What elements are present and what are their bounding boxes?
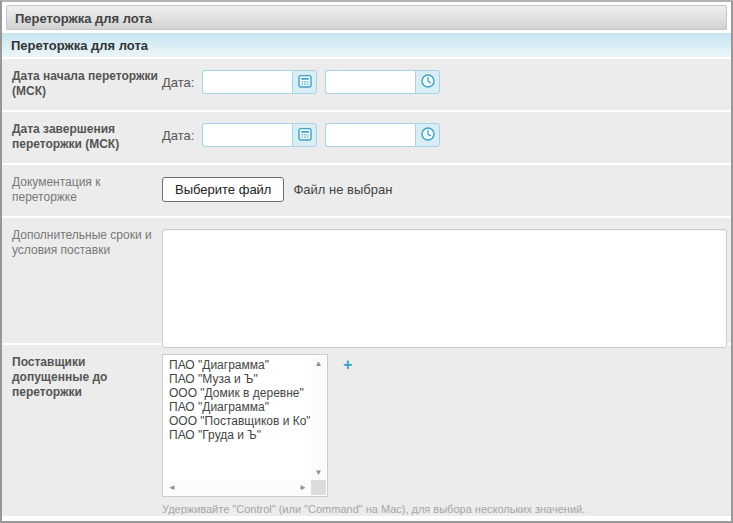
end-date-input[interactable] xyxy=(202,123,292,147)
calendar-icon xyxy=(297,126,313,145)
field-label-suppliers: Поставщики допущенные до переторжки xyxy=(2,345,162,516)
file-status-text: Файл не выбран xyxy=(293,182,392,197)
end-date-calendar-button[interactable] xyxy=(292,123,317,147)
scroll-down-icon[interactable]: ▼ xyxy=(315,468,323,477)
clock-icon xyxy=(420,126,436,145)
start-date-input[interactable] xyxy=(202,70,292,94)
select-option[interactable]: ПАО "Диаграмма" xyxy=(169,358,310,372)
start-time-input[interactable] xyxy=(325,70,415,94)
select-option[interactable]: ООО "Поставщиков и Ко" xyxy=(169,414,310,428)
field-label-terms: Дополнительные сроки и условия поставки xyxy=(2,218,162,343)
select-option[interactable]: ПАО "Груда и Ъ" xyxy=(169,428,310,442)
multiselect-hint: Удерживайте "Control" (или "Command" на … xyxy=(162,503,727,515)
suppliers-option-list: ПАО "Диаграмма"ПАО "Муза и Ъ"ООО "Домик … xyxy=(164,358,310,480)
field-label-documentation: Документация к переторжке xyxy=(2,165,162,216)
terms-textarea[interactable] xyxy=(162,229,727,348)
date-prefix-label: Дата: xyxy=(162,128,194,143)
rebidding-panel: Переторжка для лота Переторжка для лота … xyxy=(0,0,733,523)
form-row-end-date: Дата завершения переторжки (МСК) Дата: xyxy=(2,112,731,163)
panel-footer-strip xyxy=(2,518,731,523)
select-option[interactable]: ПАО "Диаграмма" xyxy=(169,400,310,414)
select-option[interactable]: ООО "Домик в деревне" xyxy=(169,386,310,400)
add-supplier-button[interactable]: + xyxy=(343,357,352,497)
scrollbar-corner xyxy=(311,480,326,495)
section-header: Переторжка для лота xyxy=(2,33,731,57)
calendar-icon xyxy=(297,73,313,92)
end-time-input[interactable] xyxy=(325,123,415,147)
field-label-end-date: Дата завершения переторжки (МСК) xyxy=(2,112,162,163)
select-option[interactable]: ПАО "Муза и Ъ" xyxy=(169,372,310,386)
scroll-right-icon[interactable]: ► xyxy=(299,483,307,492)
form-row-documentation: Документация к переторжке Выберите файл … xyxy=(2,165,731,216)
scroll-up-icon[interactable]: ▲ xyxy=(315,359,323,368)
scroll-left-icon[interactable]: ◄ xyxy=(168,483,176,492)
start-time-clock-button[interactable] xyxy=(415,70,440,94)
form-row-suppliers: Поставщики допущенные до переторжки ПАО … xyxy=(2,345,731,516)
suppliers-listbox[interactable]: ПАО "Диаграмма"ПАО "Муза и Ъ"ООО "Домик … xyxy=(162,354,328,497)
choose-file-button[interactable]: Выберите файл xyxy=(162,177,284,202)
start-date-calendar-button[interactable] xyxy=(292,70,317,94)
panel-title: Переторжка для лота xyxy=(6,5,727,30)
clock-icon xyxy=(420,73,436,92)
horizontal-scrollbar[interactable]: ◄ ► xyxy=(164,480,311,495)
date-prefix-label: Дата: xyxy=(162,75,194,90)
form-row-terms: Дополнительные сроки и условия поставки xyxy=(2,218,731,343)
end-time-clock-button[interactable] xyxy=(415,123,440,147)
vertical-scrollbar[interactable]: ▲ ▼ xyxy=(311,356,326,480)
form-row-start-date: Дата начала переторжки (МСК) Дата: xyxy=(2,59,731,110)
field-label-start-date: Дата начала переторжки (МСК) xyxy=(2,59,162,110)
